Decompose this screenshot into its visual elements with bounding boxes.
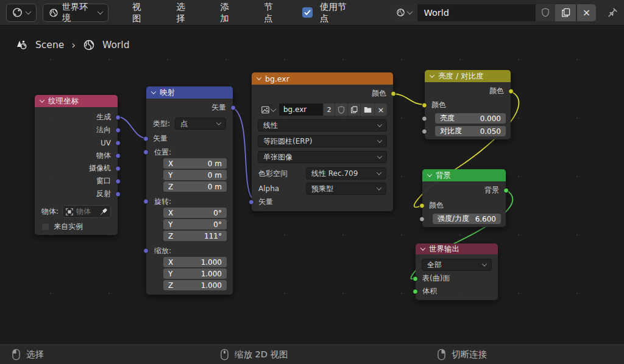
menu-add[interactable]: 添加 xyxy=(212,4,245,22)
scale-z-field[interactable]: Z1.000 xyxy=(163,280,227,290)
socket-bright[interactable] xyxy=(422,116,427,121)
node-header[interactable]: 亮度 / 对比度 xyxy=(425,70,511,82)
world-browse-button[interactable] xyxy=(391,4,417,21)
menu-node[interactable]: 节点 xyxy=(256,4,289,22)
socket-location[interactable] xyxy=(143,150,149,155)
socket-window[interactable] xyxy=(115,178,121,184)
projection-value: 等距圆柱(ERP) xyxy=(263,136,313,147)
menu-select[interactable]: 选择 xyxy=(168,4,201,22)
projection-dropdown[interactable]: 等距圆柱(ERP) xyxy=(258,135,387,147)
pin-icon[interactable] xyxy=(607,7,618,18)
node-environment-texture[interactable]: bg.exr 颜色 bg.exr 2 × 线性 等距圆柱(ERP) 单张图像 xyxy=(252,72,393,211)
collapse-icon[interactable] xyxy=(151,89,156,94)
source-dropdown[interactable]: 单张图像 xyxy=(258,151,387,163)
node-header[interactable]: 映射 xyxy=(146,86,233,99)
mapping-type-dropdown[interactable]: 点 xyxy=(175,117,226,130)
breadcrumb-separator: › xyxy=(71,39,76,51)
socket-camera[interactable] xyxy=(115,166,121,171)
socket-color-out[interactable] xyxy=(508,88,514,94)
image-icon xyxy=(266,108,267,109)
input-label: 表(曲)面 xyxy=(422,273,450,284)
chevron-down-icon xyxy=(377,185,381,190)
axis-value: 0 m xyxy=(208,171,222,180)
users-count-button[interactable]: 2 xyxy=(324,103,335,116)
target-dropdown[interactable]: 全部 xyxy=(422,259,492,271)
use-nodes-label: 使用节点 xyxy=(320,1,354,24)
socket-color-in[interactable] xyxy=(419,203,425,208)
close-icon[interactable]: × xyxy=(375,103,387,116)
alpha-dropdown[interactable]: 预乘型 xyxy=(306,183,386,195)
socket-background-out[interactable] xyxy=(503,187,509,193)
socket-uv[interactable] xyxy=(115,140,121,145)
collapse-icon[interactable] xyxy=(40,97,44,102)
location-x-field[interactable]: X0 m xyxy=(163,158,227,169)
socket-color-in[interactable] xyxy=(422,102,427,108)
colorspace-dropdown[interactable]: 线性 Rec.709 xyxy=(306,167,386,180)
contrast-field[interactable]: 对比度0.050 xyxy=(435,126,506,136)
bright-field[interactable]: 亮度0.000 xyxy=(435,113,506,124)
breadcrumb-world[interactable]: World xyxy=(102,40,129,51)
location-y-field[interactable]: Y0 m xyxy=(163,170,227,180)
node-world-output[interactable]: 世界输出 全部 表(曲)面 体积 xyxy=(416,243,498,300)
socket-vector-in[interactable] xyxy=(143,136,149,141)
copy-icon[interactable] xyxy=(348,103,360,116)
socket-contrast[interactable] xyxy=(422,128,427,134)
collapse-icon[interactable] xyxy=(420,245,425,250)
strength-field[interactable]: 强度/力度6.600 xyxy=(433,214,501,224)
socket-color-out[interactable] xyxy=(391,91,396,96)
chevron-down-icon xyxy=(270,106,276,112)
socket-strength[interactable] xyxy=(419,216,425,222)
input-label: 体积 xyxy=(422,286,437,296)
interpolation-dropdown[interactable]: 线性 xyxy=(258,119,387,131)
node-mapping[interactable]: 映射 矢量 类型: 点 矢量 位置: X0 m Y0 m Z0 m 旋转: X0… xyxy=(146,86,233,295)
node-header[interactable]: 背景 xyxy=(422,169,506,181)
fake-user-shield-icon[interactable] xyxy=(335,103,347,116)
socket-rotation[interactable] xyxy=(143,199,149,205)
unlink-close-icon[interactable]: × xyxy=(577,4,596,21)
image-name-field[interactable]: bg.exr xyxy=(279,103,323,116)
socket-vector-in[interactable] xyxy=(249,199,254,205)
shader-type-dropdown[interactable]: 世界环境 xyxy=(43,4,108,22)
scale-y-field[interactable]: Y1.000 xyxy=(163,268,227,279)
rotation-z-field[interactable]: Z111° xyxy=(163,231,227,241)
chevron-down-icon xyxy=(216,120,221,125)
axis-label: X xyxy=(168,258,173,267)
socket-generated[interactable] xyxy=(115,114,121,120)
socket-surface[interactable] xyxy=(413,276,418,281)
fake-user-shield-icon[interactable] xyxy=(536,4,555,21)
rotation-y-field[interactable]: Y0° xyxy=(163,219,227,229)
axis-label: Y xyxy=(168,220,172,229)
socket-scale[interactable] xyxy=(143,248,149,254)
collapse-icon[interactable] xyxy=(427,172,432,177)
socket-reflection[interactable] xyxy=(115,191,121,197)
folder-icon[interactable] xyxy=(361,103,374,116)
node-header[interactable]: 纹理坐标 xyxy=(35,95,118,107)
new-copy-icon[interactable] xyxy=(555,4,576,21)
socket-normal[interactable] xyxy=(115,127,121,133)
node-background[interactable]: 背景 背景 颜色 强度/力度6.600 xyxy=(422,169,506,227)
node-bright-contrast[interactable]: 亮度 / 对比度 颜色 颜色 亮度0.000 对比度0.050 xyxy=(425,70,511,139)
location-z-field[interactable]: Z0 m xyxy=(163,181,227,192)
node-header[interactable]: 世界输出 xyxy=(416,243,498,254)
node-texture-coordinate[interactable]: 纹理坐标 生成 法向 UV 物体 摄像机 窗口 反射 物体: 物体 来自实例 xyxy=(35,95,118,235)
collapse-icon[interactable] xyxy=(430,72,434,77)
menu-view[interactable]: 视图 xyxy=(124,4,157,22)
image-browse-button[interactable] xyxy=(258,103,278,116)
object-picker-field[interactable]: 物体 xyxy=(62,205,111,218)
rotation-x-field[interactable]: X0° xyxy=(163,208,227,218)
eyedropper-icon[interactable] xyxy=(100,208,107,215)
world-icon xyxy=(49,8,58,18)
breadcrumb-scene[interactable]: Scene xyxy=(35,40,64,51)
scale-x-field[interactable]: X1.000 xyxy=(163,257,227,267)
socket-object[interactable] xyxy=(115,153,121,158)
strength-label: 强度/力度 xyxy=(438,214,469,224)
status-hint-label: 选择 xyxy=(26,349,44,360)
from-instancer-checkbox[interactable] xyxy=(41,223,49,231)
editor-type-button[interactable] xyxy=(6,4,37,22)
socket-volume[interactable] xyxy=(413,289,418,294)
node-header[interactable]: bg.exr xyxy=(252,72,393,85)
collapse-icon[interactable] xyxy=(257,75,261,80)
use-nodes-checkbox[interactable] xyxy=(302,7,312,18)
socket-vector-out[interactable] xyxy=(230,105,236,110)
world-name-field[interactable]: World xyxy=(417,4,536,21)
